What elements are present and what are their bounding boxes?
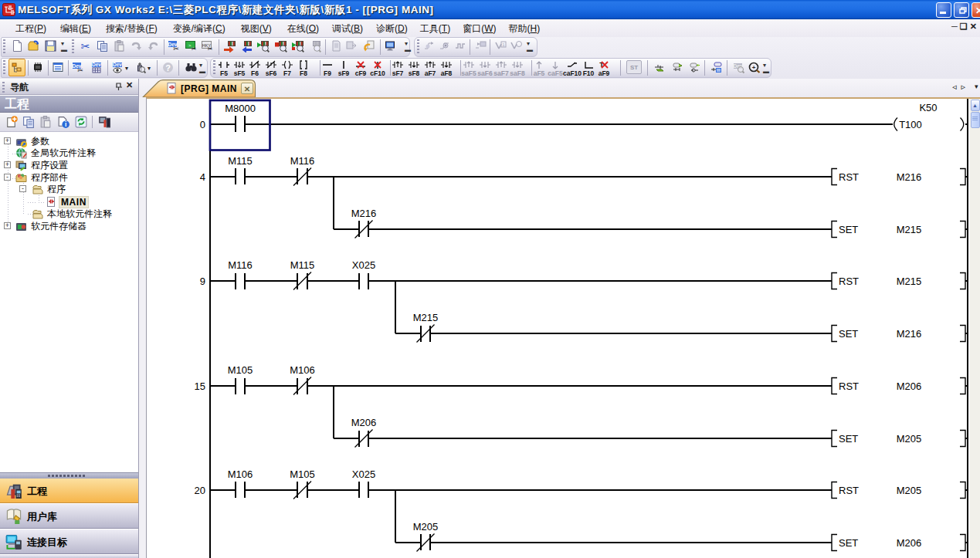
svg-text:1: 1 [502,42,505,47]
svg-text:M216: M216 [897,171,922,183]
svg-text:M215: M215 [897,276,922,287]
svg-text:M215: M215 [413,312,439,323]
svg-text:X025: X025 [352,468,375,480]
svg-text:✂: ✂ [81,40,90,52]
svg-text:9: 9 [200,276,205,287]
svg-text:0: 0 [200,119,205,130]
svg-text:SET: SET [839,433,858,445]
svg-text:SET: SET [839,537,858,549]
svg-text:?: ? [165,63,171,73]
svg-text:4: 4 [200,171,205,183]
svg-text:M106: M106 [228,468,253,480]
svg-text:M206: M206 [897,380,922,392]
svg-text:M105: M105 [290,468,315,480]
svg-text:RST: RST [839,171,859,183]
svg-text:✂: ✂ [173,45,179,52]
svg-text:+: + [752,64,756,71]
svg-text:M216: M216 [897,328,922,340]
svg-text:Dev: Dev [113,62,122,67]
svg-text:✂: ✂ [208,46,213,52]
svg-text:T100: T100 [899,119,922,130]
svg-text:M216: M216 [351,208,377,219]
svg-text:M116: M116 [228,259,253,271]
svg-text:M116: M116 [290,155,315,167]
svg-text:M8000: M8000 [225,103,256,114]
svg-text:M205: M205 [897,433,922,445]
svg-text:M105: M105 [228,364,253,376]
svg-text:RST: RST [839,276,859,287]
svg-text:SET: SET [839,328,858,340]
svg-text:M205: M205 [413,521,439,533]
svg-text:RST: RST [839,380,859,392]
svg-text:i: i [65,120,66,128]
svg-text:M106: M106 [290,364,315,376]
svg-text:M206: M206 [351,417,377,428]
svg-text:M205: M205 [897,485,922,496]
svg-text:M115: M115 [290,259,315,271]
svg-text:RST: RST [839,485,859,496]
svg-text:SET: SET [839,224,858,235]
svg-text:M115: M115 [228,155,253,167]
svg-text:K50: K50 [919,102,937,113]
svg-text:✂: ✂ [192,46,197,52]
svg-text:M206: M206 [897,537,922,549]
svg-text:Dev: Dev [92,62,101,67]
svg-text:X025: X025 [352,259,375,271]
svg-text:15: 15 [195,380,205,392]
svg-text:✂: ✂ [77,66,83,74]
svg-text:20: 20 [195,485,205,496]
svg-text:M215: M215 [897,224,922,235]
